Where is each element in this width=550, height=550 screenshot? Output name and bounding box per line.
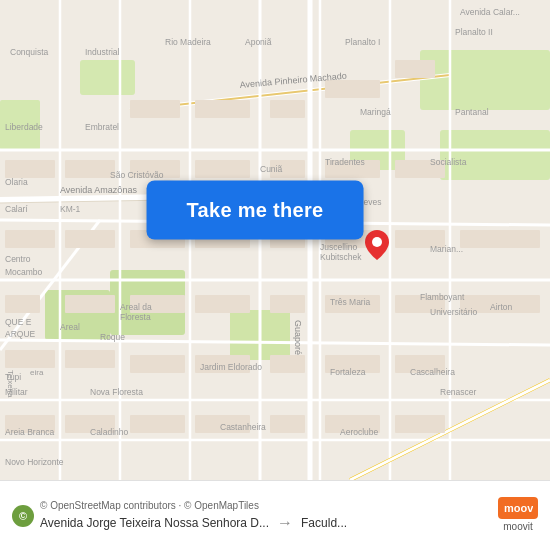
svg-text:Marian...: Marian...: [430, 244, 463, 254]
svg-text:Universitário: Universitário: [430, 307, 478, 317]
svg-rect-61: [460, 230, 540, 248]
svg-rect-35: [65, 295, 115, 313]
svg-text:Roque: Roque: [100, 332, 125, 342]
svg-rect-30: [5, 160, 55, 178]
svg-rect-33: [65, 230, 115, 248]
svg-rect-32: [65, 160, 115, 178]
svg-text:Planalto II: Planalto II: [455, 27, 493, 37]
svg-text:Centro: Centro: [5, 254, 31, 264]
svg-text:Areal da: Areal da: [120, 302, 152, 312]
svg-text:Flamboyant: Flamboyant: [420, 292, 465, 302]
svg-text:São Cristóvão: São Cristóvão: [110, 170, 164, 180]
moovit-logo: moovit moovit: [498, 497, 538, 532]
svg-rect-8: [440, 130, 550, 180]
svg-text:Cascalheira: Cascalheira: [410, 367, 455, 377]
svg-text:Conquista: Conquista: [10, 47, 49, 57]
svg-text:Industrial: Industrial: [85, 47, 120, 57]
route-from-label: Avenida Jorge Teixeira Nossa Senhora D..…: [40, 516, 269, 530]
svg-text:Socialista: Socialista: [430, 157, 467, 167]
svg-rect-31: [5, 230, 55, 248]
svg-text:Teixeira: Teixeira: [6, 370, 15, 398]
svg-point-124: [372, 237, 382, 247]
svg-rect-36: [5, 350, 55, 368]
bottom-text-block: © OpenStreetMap contributors · © OpenMap…: [40, 500, 538, 532]
svg-text:Pantanal: Pantanal: [455, 107, 489, 117]
osm-logo: ©: [12, 505, 34, 527]
svg-text:Floresta: Floresta: [120, 312, 151, 322]
svg-rect-54: [395, 60, 435, 78]
attribution-text: © OpenStreetMap contributors · © OpenMap…: [40, 500, 538, 511]
svg-rect-69: [270, 415, 305, 433]
svg-text:Três Maria: Três Maria: [330, 297, 371, 307]
svg-rect-47: [195, 295, 250, 313]
svg-text:Embratel: Embratel: [85, 122, 119, 132]
route-to-label: Faculd...: [301, 516, 347, 530]
svg-text:eira: eira: [30, 368, 44, 377]
svg-rect-1: [80, 60, 135, 95]
svg-text:Areia Branca: Areia Branca: [5, 427, 54, 437]
svg-text:moovit: moovit: [504, 502, 533, 514]
svg-text:Juscellino: Juscellino: [320, 242, 358, 252]
route-info: © © OpenStreetMap contributors · © OpenM…: [12, 500, 538, 532]
svg-text:Maringá: Maringá: [360, 107, 391, 117]
bottom-bar: © © OpenStreetMap contributors · © OpenM…: [0, 480, 550, 550]
svg-rect-34: [5, 295, 40, 313]
svg-rect-48: [130, 355, 185, 373]
svg-rect-7: [420, 50, 550, 110]
svg-text:Castanheira: Castanheira: [220, 422, 266, 432]
svg-text:Fortaleza: Fortaleza: [330, 367, 366, 377]
svg-rect-52: [270, 100, 305, 118]
svg-text:Avenida Amazônas: Avenida Amazônas: [60, 185, 137, 195]
map-background: Avenida Pinheiro Machado Avenida Amazôna…: [0, 0, 550, 480]
svg-text:Jardim Eldorado: Jardim Eldorado: [200, 362, 262, 372]
take-me-there-button[interactable]: Take me there: [147, 181, 364, 240]
route-arrow-icon: →: [277, 514, 293, 532]
svg-text:Novo Horizonte: Novo Horizonte: [5, 457, 64, 467]
svg-text:Olaria: Olaria: [5, 177, 28, 187]
svg-text:Kubitschek: Kubitschek: [320, 252, 362, 262]
svg-rect-50: [130, 415, 185, 433]
moovit-logo-text: moovit: [503, 521, 532, 532]
svg-rect-53: [325, 80, 380, 98]
svg-text:Cuniã: Cuniã: [260, 164, 282, 174]
svg-text:Liberdade: Liberdade: [5, 122, 43, 132]
svg-text:Airton: Airton: [490, 302, 512, 312]
svg-text:Avenida Calar...: Avenida Calar...: [460, 7, 520, 17]
svg-text:Guaporé: Guaporé: [293, 320, 303, 355]
svg-text:KM-1: KM-1: [60, 204, 81, 214]
svg-text:Aponiã: Aponiã: [245, 37, 272, 47]
svg-rect-43: [195, 160, 250, 178]
svg-text:Aeroclube: Aeroclube: [340, 427, 379, 437]
svg-text:Calarí: Calarí: [5, 204, 28, 214]
destination-marker: [365, 230, 389, 260]
svg-text:Areal: Areal: [60, 322, 80, 332]
svg-text:Renascer: Renascer: [440, 387, 477, 397]
svg-rect-71: [395, 415, 445, 433]
svg-text:Nova Floresta: Nova Floresta: [90, 387, 143, 397]
svg-text:Mocambo: Mocambo: [5, 267, 43, 277]
svg-text:ARQUE: ARQUE: [5, 329, 36, 339]
svg-rect-41: [195, 100, 250, 118]
svg-rect-40: [130, 100, 180, 118]
svg-text:Planalto I: Planalto I: [345, 37, 380, 47]
svg-rect-66: [270, 355, 305, 373]
svg-text:QUE E: QUE E: [5, 317, 32, 327]
svg-rect-37: [65, 350, 115, 368]
svg-rect-62: [270, 295, 305, 313]
svg-text:Caladinho: Caladinho: [90, 427, 129, 437]
svg-text:Rio Madeira: Rio Madeira: [165, 37, 211, 47]
svg-text:Tiradentes: Tiradentes: [325, 157, 365, 167]
map-container: Avenida Pinheiro Machado Avenida Amazôna…: [0, 0, 550, 480]
moovit-logo-mark: moovit: [498, 497, 538, 519]
